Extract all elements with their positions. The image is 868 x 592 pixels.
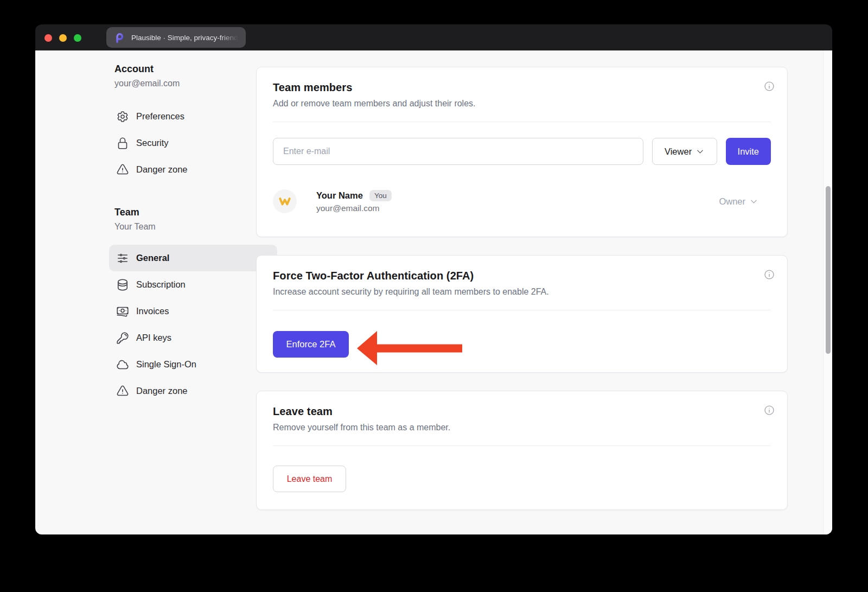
member-email: your@email.com xyxy=(316,203,392,213)
sidebar-item-label: Subscription xyxy=(136,279,186,290)
warning-triangle-icon xyxy=(116,385,129,398)
member-row: Your Name You your@email.com Owner xyxy=(273,189,771,213)
open-hands-emoji xyxy=(278,194,292,208)
cloud-icon xyxy=(116,358,129,371)
leave-team-card: Leave team Remove yourself from this tea… xyxy=(256,391,788,510)
sidebar-item-label: General xyxy=(136,253,169,263)
page-content: Account your@email.com Preferences Secur… xyxy=(35,50,832,534)
sidebar-item-label: Preferences xyxy=(136,111,184,122)
sidebar-item-team-danger-zone[interactable]: Danger zone xyxy=(109,378,277,404)
zoom-window-button[interactable] xyxy=(74,34,81,42)
warning-triangle-icon xyxy=(116,163,129,176)
key-icon xyxy=(116,332,129,345)
card-subtitle: Increase account security by requiring a… xyxy=(273,287,771,297)
team-heading: Team xyxy=(114,207,277,218)
sidebar-item-general[interactable]: General xyxy=(109,245,277,271)
sidebar-item-label: Danger zone xyxy=(136,164,187,175)
sidebar-item-security[interactable]: Security xyxy=(109,130,277,156)
role-select-value: Viewer xyxy=(665,147,692,157)
sidebar-item-api-keys[interactable]: API keys xyxy=(109,324,277,351)
you-badge: You xyxy=(369,190,392,201)
info-icon[interactable] xyxy=(763,404,775,416)
team-name: Your Team xyxy=(114,222,277,232)
sidebar-item-label: API keys xyxy=(136,333,171,343)
card-subtitle: Add or remove team members and adjust th… xyxy=(273,99,771,109)
sidebar-item-label: Security xyxy=(136,138,169,148)
scrollbar-track xyxy=(823,50,832,534)
account-email: your@email.com xyxy=(114,79,277,88)
team-nav: General Subscription Invoices API keys S… xyxy=(109,245,277,404)
role-select[interactable]: Viewer xyxy=(652,138,717,165)
force-2fa-card: Force Two-Factor Authentication (2FA) In… xyxy=(256,255,788,373)
divider xyxy=(273,122,771,122)
title-bar: Plausible · Simple, privacy-friend xyxy=(35,24,832,50)
account-heading: Account xyxy=(114,63,277,75)
minimize-window-button[interactable] xyxy=(59,34,67,42)
sidebar-item-single-sign-on[interactable]: Single Sign-On xyxy=(109,351,277,378)
chevron-down-icon xyxy=(750,198,758,206)
tab-title: Plausible · Simple, privacy-friend xyxy=(131,34,239,42)
divider xyxy=(273,445,771,446)
traffic-lights xyxy=(44,34,81,42)
member-name: Your Name xyxy=(316,190,363,201)
sidebar-item-account-danger-zone[interactable]: Danger zone xyxy=(109,156,277,183)
plausible-logo-icon xyxy=(114,32,125,43)
sidebar-item-invoices[interactable]: Invoices xyxy=(109,298,277,324)
divider xyxy=(273,310,771,310)
browser-tab[interactable]: Plausible · Simple, privacy-friend xyxy=(106,27,246,48)
account-nav: Preferences Security Danger zone xyxy=(109,103,277,183)
card-subtitle: Remove yourself from this team as a memb… xyxy=(273,423,771,432)
banknote-icon xyxy=(116,305,129,318)
browser-window: Plausible · Simple, privacy-friend Accou… xyxy=(35,24,832,534)
sidebar: Account your@email.com Preferences Secur… xyxy=(109,63,277,404)
lock-icon xyxy=(116,137,129,150)
enforce-2fa-button[interactable]: Enforce 2FA xyxy=(273,331,349,358)
scrollbar-thumb[interactable] xyxy=(826,186,831,354)
email-input[interactable] xyxy=(273,138,643,165)
member-role-select[interactable]: Owner xyxy=(719,196,758,207)
sidebar-item-label: Single Sign-On xyxy=(136,359,196,370)
info-icon[interactable] xyxy=(763,80,775,92)
info-icon[interactable] xyxy=(763,269,775,281)
avatar xyxy=(273,189,297,213)
card-title: Team members xyxy=(273,81,352,94)
card-title: Force Two-Factor Authentication (2FA) xyxy=(273,270,474,282)
team-members-card: Team members Add or remove team members … xyxy=(256,67,788,237)
chevron-down-icon xyxy=(696,148,704,156)
sidebar-item-preferences[interactable]: Preferences xyxy=(109,103,277,130)
leave-team-button[interactable]: Leave team xyxy=(273,466,346,492)
gear-icon xyxy=(116,110,129,123)
member-role-value: Owner xyxy=(719,196,745,207)
invite-button[interactable]: Invite xyxy=(726,138,771,165)
sidebar-item-label: Danger zone xyxy=(136,386,187,396)
card-title: Leave team xyxy=(273,405,333,418)
sidebar-item-label: Invoices xyxy=(136,306,169,316)
database-icon xyxy=(116,278,129,291)
invite-row: Viewer Invite xyxy=(273,138,771,165)
close-window-button[interactable] xyxy=(44,34,52,42)
adjustments-icon xyxy=(116,252,129,265)
sidebar-item-subscription[interactable]: Subscription xyxy=(109,271,277,298)
